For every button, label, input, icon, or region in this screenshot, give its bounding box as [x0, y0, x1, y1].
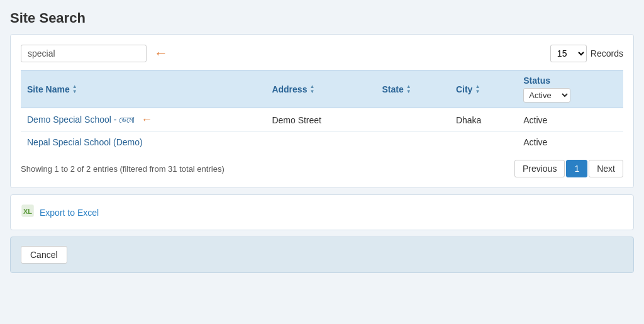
records-per-page-select[interactable]: 10 15 25 50 100 — [550, 45, 587, 62]
col-city: City ▲▼ — [450, 70, 517, 108]
site-table: Site Name ▲▼ Address ▲▼ State ▲▼ — [21, 70, 623, 152]
address-cell — [265, 132, 375, 153]
col-site-name: Site Name ▲▼ — [21, 70, 265, 108]
sort-arrows-site-name[interactable]: ▲▼ — [72, 84, 77, 94]
site-name-cell: Nepal Special School (Demo) — [21, 132, 265, 153]
address-cell: Demo Street — [265, 108, 375, 132]
page-title: Site Search — [10, 10, 634, 26]
export-card: XL Export to Excel — [10, 194, 634, 230]
records-label: Records — [591, 48, 623, 59]
showing-text: Showing 1 to 2 of 2 entries (filtered fr… — [21, 164, 225, 174]
status-filter-select[interactable]: Active Inactive All — [523, 88, 570, 103]
sort-arrows-state[interactable]: ▲▼ — [406, 84, 411, 94]
cancel-card: Cancel — [10, 237, 634, 273]
search-table-card: ← 10 15 25 50 100 Records Site Name ▲▼ — [10, 34, 634, 188]
next-button[interactable]: Next — [589, 160, 623, 177]
cancel-button[interactable]: Cancel — [21, 246, 67, 264]
search-left: ← — [21, 45, 168, 62]
export-excel-icon: XL — [21, 204, 35, 221]
site-name-link[interactable]: Nepal Special School (Demo) — [27, 137, 143, 147]
row-arrow-indicator: ← — [141, 113, 152, 126]
sort-arrows-address[interactable]: ▲▼ — [309, 84, 314, 94]
table-row: Demo Special School - ডেমো←Demo StreetDh… — [21, 108, 623, 132]
site-name-cell: Demo Special School - ডেমো← — [21, 108, 265, 132]
city-cell — [450, 132, 517, 153]
pagination-row: Showing 1 to 2 of 2 entries (filtered fr… — [21, 160, 623, 177]
state-cell — [375, 132, 449, 153]
col-state: State ▲▼ — [375, 70, 449, 108]
search-arrow-indicator: ← — [154, 47, 168, 60]
previous-button[interactable]: Previous — [514, 160, 565, 177]
table-row: Nepal Special School (Demo)Active — [21, 132, 623, 153]
status-cell: Active — [517, 132, 623, 153]
state-cell — [375, 108, 449, 132]
pagination-buttons: Previous 1 Next — [514, 160, 623, 177]
status-cell: Active — [517, 108, 623, 132]
search-bar: ← 10 15 25 50 100 Records — [21, 45, 623, 62]
city-cell: Dhaka — [450, 108, 517, 132]
col-status: Status Active Inactive All — [517, 70, 623, 108]
search-input[interactable] — [21, 45, 147, 62]
svg-text:XL: XL — [23, 208, 32, 215]
site-name-link[interactable]: Demo Special School - ডেমো — [27, 115, 135, 125]
col-address: Address ▲▼ — [265, 70, 375, 108]
page-1-button[interactable]: 1 — [566, 160, 587, 177]
sort-arrows-city[interactable]: ▲▼ — [475, 84, 480, 94]
records-right: 10 15 25 50 100 Records — [550, 45, 623, 62]
export-to-excel-link[interactable]: Export to Excel — [40, 208, 99, 218]
